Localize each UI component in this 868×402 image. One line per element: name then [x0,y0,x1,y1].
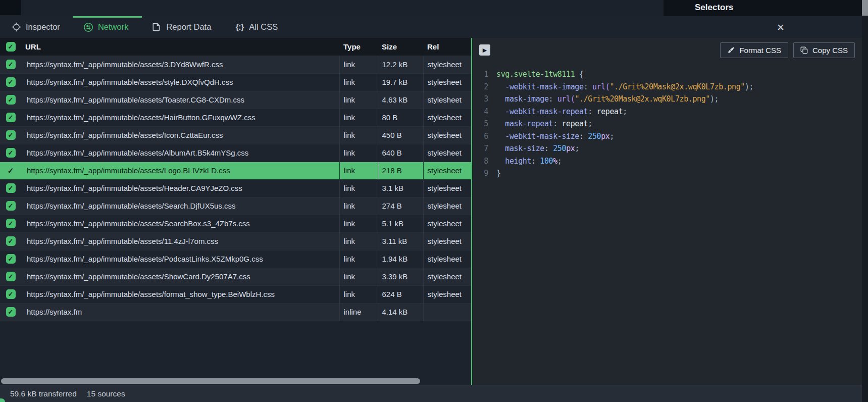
row-checkbox[interactable]: ✓ [6,60,16,69]
table-row[interactable]: ✓https://syntax.fm/_app/immutable/assets… [0,285,471,303]
format-css-button[interactable]: Format CSS [720,42,788,58]
table-row[interactable]: ✓https://syntax.fminline4.14 kB [0,303,471,321]
copy-css-label: Copy CSS [812,46,848,55]
tab-label: All CSS [249,22,278,32]
select-all-checkbox[interactable]: ✓ [6,42,16,52]
size-cell: 12.2 kB [378,56,423,73]
line-number: 5 [479,118,488,130]
table-row[interactable]: ✓https://syntax.fm/_app/immutable/assets… [0,162,471,179]
table-row[interactable]: ✓https://syntax.fm/_app/immutable/assets… [0,144,471,162]
row-checkbox[interactable]: ✓ [6,254,16,264]
page-scrollbar-track[interactable] [862,0,868,402]
code-line: 7 mask-size: 250px; [479,142,862,155]
table-row[interactable]: ✓https://syntax.fm/_app/immutable/assets… [0,56,471,73]
brush-icon [727,46,735,54]
collapse-panel-icon[interactable]: ▶ [479,44,490,56]
code-line: 2 -webkit-mask-image: url("./Grit%20Mask… [479,81,862,93]
row-checkbox[interactable]: ✓ [6,77,16,87]
network-swap-icon [83,22,93,32]
row-checkbox[interactable]: ✓ [6,95,16,105]
type-cell: link [339,250,378,268]
type-cell: link [339,285,378,303]
tab-network[interactable]: Network [83,22,129,32]
rel-cell: stylesheet [423,285,471,303]
rel-cell: stylesheet [423,126,471,144]
header-type: Type [339,38,378,56]
tab-inspector[interactable]: Inspector [11,22,60,32]
table-header-row: ✓ URL Type Size Rel [0,38,471,56]
row-checkbox[interactable]: ✓ [6,113,16,122]
url-cell: https://syntax.fm/_app/immutable/assets/… [21,109,339,126]
row-checkbox[interactable]: ✓ [6,289,16,299]
close-icon[interactable]: ✕ [777,22,785,32]
type-cell: inline [339,303,378,321]
rel-cell: stylesheet [423,215,471,232]
url-cell: https://syntax.fm/_app/immutable/assets/… [21,250,339,268]
tab-label: Inspector [26,22,60,32]
row-checkbox-cell: ✓ [0,91,21,109]
line-number: 6 [479,130,488,143]
row-checkbox[interactable]: ✓ [6,148,16,158]
size-cell: 4.63 kB [378,91,423,109]
row-checkbox-cell: ✓ [0,215,21,232]
size-cell: 3.1 kB [378,179,423,197]
table-row[interactable]: ✓https://syntax.fm/_app/immutable/assets… [0,91,471,109]
format-css-label: Format CSS [739,46,781,55]
copy-css-button[interactable]: Copy CSS [793,42,855,58]
row-checkbox-cell: ✓ [0,109,21,126]
type-cell: link [339,56,378,73]
type-cell: link [339,268,378,285]
tab-label: Report Data [166,22,211,32]
table-row[interactable]: ✓https://syntax.fm/_app/immutable/assets… [0,73,471,91]
url-cell: https://syntax.fm/_app/immutable/assets/… [21,126,339,144]
row-checkbox[interactable]: ✓ [6,183,16,193]
tab-bar: Inspector Network Report Data [0,16,862,38]
table-row[interactable]: ✓https://syntax.fm/_app/immutable/assets… [0,215,471,232]
line-number: 9 [479,167,488,180]
transferred-total: 59.6 kB transferred [10,389,77,398]
url-cell: https://syntax.fm/_app/immutable/assets/… [21,162,339,179]
row-checkbox[interactable]: ✓ [8,166,14,175]
code-line: 5 mask-repeat: repeat; [479,118,862,130]
size-cell: 3.39 kB [378,268,423,285]
rel-cell: stylesheet [423,250,471,268]
type-cell: link [339,91,378,109]
row-checkbox[interactable]: ✓ [6,272,16,281]
table-row[interactable]: ✓https://syntax.fm/_app/immutable/assets… [0,179,471,197]
row-checkbox[interactable]: ✓ [6,201,16,211]
url-cell: https://syntax.fm/_app/immutable/assets/… [21,56,339,73]
braces-icon: {:} [234,22,244,32]
table-row[interactable]: ✓https://syntax.fm/_app/immutable/assets… [0,197,471,215]
tab-report-data[interactable]: Report Data [151,22,211,32]
rel-cell: stylesheet [423,162,471,179]
type-cell: link [339,126,378,144]
url-cell: https://syntax.fm/_app/immutable/assets/… [21,285,339,303]
table-row[interactable]: ✓https://syntax.fm/_app/immutable/assets… [0,126,471,144]
rel-cell: stylesheet [423,197,471,215]
row-checkbox[interactable]: ✓ [6,219,16,228]
row-checkbox-cell: ✓ [0,144,21,162]
rel-cell: stylesheet [423,268,471,285]
row-checkbox[interactable]: ✓ [6,236,16,246]
table-row[interactable]: ✓https://syntax.fm/_app/immutable/assets… [0,232,471,250]
type-cell: link [339,197,378,215]
row-checkbox[interactable]: ✓ [6,130,16,140]
type-cell: link [339,162,378,179]
css-code: 1svg.svelte-1tw8111 {2 -webkit-mask-imag… [472,62,862,385]
table-row[interactable]: ✓https://syntax.fm/_app/immutable/assets… [0,250,471,268]
line-number: 3 [479,93,488,106]
horizontal-scrollbar-thumb[interactable] [1,378,420,384]
code-line: 3 mask-image: url("./Grit%20Mask@2x.wqK0… [479,93,862,106]
url-cell: https://syntax.fm [21,303,339,321]
table-row[interactable]: ✓https://syntax.fm/_app/immutable/assets… [0,268,471,285]
page-scrollbar-thumb[interactable] [862,0,868,16]
type-cell: link [339,179,378,197]
document-icon [151,22,162,32]
row-checkbox-cell: ✓ [0,162,21,179]
table-row[interactable]: ✓https://syntax.fm/_app/immutable/assets… [0,109,471,126]
url-cell: https://syntax.fm/_app/immutable/assets/… [21,144,339,162]
copy-icon [800,46,808,54]
code-line: 4 -webkit-mask-repeat: repeat; [479,106,862,118]
row-checkbox[interactable]: ✓ [6,307,16,317]
tab-all-css[interactable]: {:} All CSS [234,22,278,32]
